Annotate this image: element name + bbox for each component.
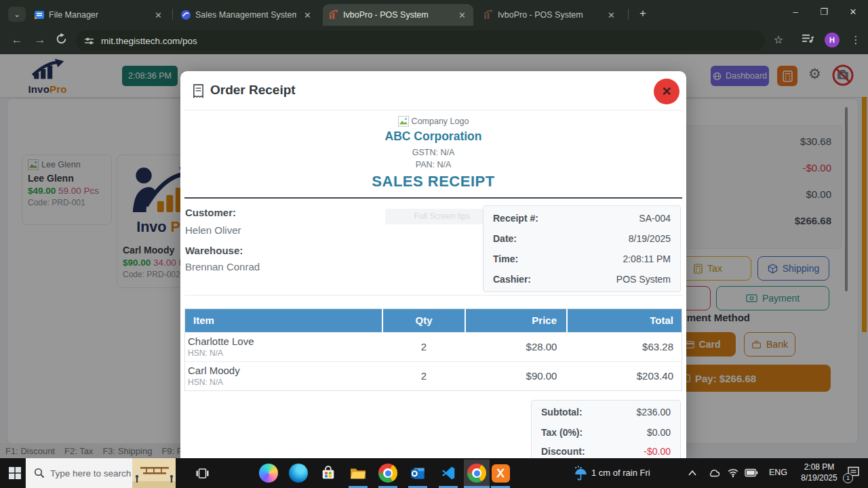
tab-title: Sales Management System with (195, 10, 296, 20)
fkey-discount: F1: Discount (5, 446, 55, 456)
receipt-items-table: Item Qty Price Total Charlotte LoveHSN: … (184, 308, 682, 391)
modal-header-divider (184, 110, 682, 110)
address-bar[interactable]: mit.thegisttech.com/pos (76, 30, 765, 51)
tab-close-icon[interactable]: ✕ (153, 10, 164, 20)
receipt-info-box: Receipt #:SA-004 Date:8/19/2025 Time:2:0… (483, 205, 681, 292)
language-indicator[interactable]: ENG (769, 468, 787, 477)
order-receipt-modal: Order Receipt ✕ Company Logo ABC Corpora… (180, 71, 686, 458)
clock-time[interactable]: 2:08 PM (795, 462, 844, 472)
col-item: Item (185, 309, 383, 332)
tab-close-icon[interactable]: ✕ (302, 10, 313, 20)
xampp-icon[interactable]: ꓫ (490, 462, 511, 484)
tab-close-icon[interactable]: ✕ (606, 10, 617, 20)
item-hsn: HSN: N/A (188, 378, 382, 387)
start-button-icon[interactable] (9, 467, 21, 479)
company-logo-broken: Company Logo (180, 116, 686, 127)
tab-title: IvboPro - POS System (498, 10, 600, 20)
company-gstn: GSTN: N/A (180, 148, 686, 157)
item-total: $203.40 (566, 362, 682, 390)
search-icon (34, 468, 45, 479)
broken-image-icon (398, 116, 409, 127)
reload-icon[interactable] (56, 33, 67, 45)
fkey-tax: F2: Tax (64, 446, 93, 456)
clock-date[interactable]: 8/19/2025 (795, 473, 844, 483)
receipt-icon (193, 84, 204, 98)
taskbar-search-box[interactable]: Type here to search (25, 458, 176, 488)
item-price: $90.00 (465, 362, 567, 390)
file-explorer-icon[interactable] (347, 462, 369, 484)
sales-system-favicon (180, 9, 191, 20)
totals-row: Tax (0%):$0.00 (541, 427, 671, 441)
window-close-button[interactable]: ✕ (843, 4, 863, 20)
vscode-icon[interactable] (437, 462, 459, 484)
table-header-row: Item Qty Price Total (185, 309, 682, 332)
window-restore-button[interactable]: ❐ (814, 4, 834, 20)
item-qty: 2 (382, 333, 465, 361)
forward-button[interactable]: → (31, 31, 49, 49)
totals-row: Discount:-$0.00 (541, 446, 671, 458)
bookmark-star-icon[interactable]: ☆ (770, 31, 787, 49)
receipt-doc-title: SALES RECEIPT (180, 173, 686, 190)
customer-label: Customer: (185, 207, 236, 218)
copilot-icon[interactable] (258, 462, 279, 484)
weather-text[interactable]: 1 cm of rain Fri (591, 468, 650, 478)
window-minimize-button[interactable]: – (785, 4, 806, 20)
customer-name: Helen Oliver (185, 224, 241, 236)
warehouse-label: Warehouse: (185, 245, 243, 256)
company-pan: PAN: N/A (180, 160, 686, 169)
warehouse-name: Brennan Conrad (185, 261, 260, 272)
tab-search-chevron-icon[interactable]: ⌄ (8, 7, 26, 22)
chrome-active-icon[interactable] (466, 462, 488, 484)
ivbopro-favicon (328, 9, 339, 20)
bing-daily-image (132, 458, 176, 488)
item-name: Carl Moody (188, 365, 382, 376)
fullscreen-hint-toast: Full Screen tips (385, 209, 499, 224)
search-placeholder: Type here to search (50, 468, 132, 479)
company-name: ABC Corporation (180, 129, 686, 144)
outlook-icon[interactable] (407, 462, 429, 484)
new-tab-button[interactable]: + (635, 5, 651, 22)
chrome-icon[interactable] (377, 462, 399, 484)
tray-chevron-icon[interactable] (688, 470, 697, 476)
back-button[interactable]: ← (8, 31, 26, 49)
item-price: $28.00 (465, 333, 567, 361)
totals-row: Subtotal:$236.00 (541, 407, 671, 420)
browser-profile-avatar[interactable]: H (825, 33, 840, 47)
info-row: Date:8/19/2025 (493, 233, 671, 247)
modal-close-button[interactable]: ✕ (654, 79, 679, 104)
fkey-shipping: F3: Shipping (102, 446, 152, 456)
item-qty: 2 (382, 362, 465, 390)
browser-menu-icon[interactable]: ⋮ (848, 31, 864, 49)
table-row: Carl MoodyHSN: N/A 2 $90.00 $203.40 (185, 361, 682, 390)
media-playlist-icon[interactable] (802, 34, 814, 43)
windows-taskbar: Type here to search ꓫ 1 cm of ra (0, 458, 868, 488)
browser-chrome: ⌄ File Manager ✕ Sales Management System… (0, 0, 868, 54)
receipt-divider (184, 197, 682, 199)
info-row: Time:2:08:11 PM (493, 253, 671, 267)
browser-tab-sales-management[interactable]: Sales Management System with ✕ (175, 4, 319, 26)
item-hsn: HSN: N/A (188, 348, 382, 358)
company-logo-alt: Company Logo (412, 117, 469, 126)
browser-tab-file-manager[interactable]: File Manager ✕ (28, 4, 170, 26)
microsoft-store-icon[interactable] (317, 462, 339, 484)
info-row: Cashier:POS System (493, 274, 671, 287)
tab-title: IvboPro - POS System (343, 10, 451, 20)
wifi-icon[interactable] (727, 467, 739, 478)
url-text[interactable]: mit.thegisttech.com/pos (101, 36, 197, 46)
weather-umbrella-icon[interactable] (574, 466, 588, 481)
edge-icon[interactable] (288, 462, 309, 484)
task-view-icon[interactable] (191, 462, 213, 484)
item-name: Charlotte Love (188, 336, 382, 347)
tab-title: File Manager (49, 10, 147, 20)
section-divider (184, 295, 682, 296)
tab-separator (628, 9, 629, 20)
tab-close-icon[interactable]: ✕ (456, 10, 468, 20)
receipt-totals-box: Subtotal:$236.00 Tax (0%):$0.00 Discount… (531, 400, 681, 458)
browser-tab-ivbopro[interactable]: IvboPro - POS System ✕ (477, 4, 623, 26)
table-row: Charlotte LoveHSN: N/A 2 $28.00 $63.28 (185, 332, 682, 361)
site-settings-icon[interactable] (84, 36, 94, 46)
notification-badge: 1 (843, 473, 853, 483)
browser-tab-ivbopro-active[interactable]: IvboPro - POS System ✕ (323, 4, 473, 26)
onedrive-cloud-icon[interactable] (708, 468, 720, 478)
battery-icon[interactable] (745, 468, 758, 477)
